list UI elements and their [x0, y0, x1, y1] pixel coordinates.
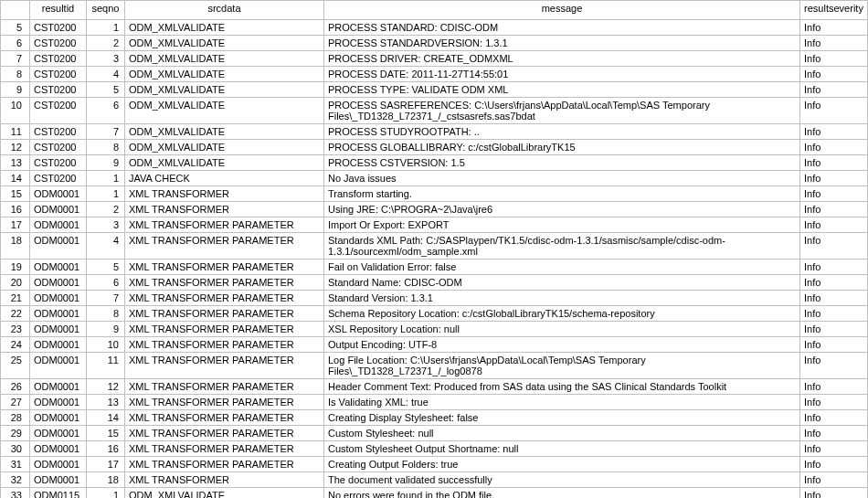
- cell-message[interactable]: Log File Location: C:\Users\frjans\AppDa…: [324, 353, 800, 379]
- cell-resultid[interactable]: ODM0001: [30, 291, 87, 306]
- cell-seqno[interactable]: 8: [87, 140, 125, 155]
- row-number[interactable]: 21: [1, 291, 30, 306]
- cell-message[interactable]: PROCESS CSTVERSION: 1.5: [324, 155, 800, 171]
- cell-srcdata[interactable]: XML TRANSFORMER PARAMETER: [125, 379, 324, 395]
- cell-severity[interactable]: Info: [800, 291, 868, 306]
- cell-severity[interactable]: Info: [800, 82, 868, 98]
- cell-seqno[interactable]: 5: [87, 260, 125, 275]
- table-row[interactable]: 32ODM000118XML TRANSFORMERThe document v…: [1, 472, 868, 488]
- cell-srcdata[interactable]: ODM_XMLVALIDATE: [125, 140, 324, 155]
- row-number[interactable]: 31: [1, 457, 30, 472]
- cell-message[interactable]: Import Or Export: EXPORT: [324, 217, 800, 233]
- cell-srcdata[interactable]: ODM_XMLVALIDATE: [125, 124, 324, 140]
- cell-seqno[interactable]: 6: [87, 98, 125, 124]
- cell-seqno[interactable]: 3: [87, 51, 125, 67]
- cell-resultid[interactable]: ODM0001: [30, 322, 87, 337]
- cell-seqno[interactable]: 4: [87, 233, 125, 260]
- cell-srcdata[interactable]: XML TRANSFORMER PARAMETER: [125, 217, 324, 233]
- cell-severity[interactable]: Info: [800, 233, 868, 260]
- cell-seqno[interactable]: 13: [87, 395, 125, 410]
- table-row[interactable]: 12CST02008ODM_XMLVALIDATEPROCESS GLOBALL…: [1, 140, 868, 155]
- table-row[interactable]: 6CST02002ODM_XMLVALIDATEPROCESS STANDARD…: [1, 36, 868, 51]
- cell-resultid[interactable]: CST0200: [30, 98, 87, 124]
- table-row[interactable]: 17ODM00013XML TRANSFORMER PARAMETERImpor…: [1, 217, 868, 233]
- cell-resultid[interactable]: CST0200: [30, 140, 87, 155]
- cell-seqno[interactable]: 17: [87, 457, 125, 472]
- cell-srcdata[interactable]: ODM_XMLVALIDATE: [125, 488, 324, 499]
- table-row[interactable]: 31ODM000117XML TRANSFORMER PARAMETERCrea…: [1, 457, 868, 472]
- cell-severity[interactable]: Info: [800, 171, 868, 186]
- cell-severity[interactable]: Info: [800, 379, 868, 395]
- cell-srcdata[interactable]: XML TRANSFORMER PARAMETER: [125, 337, 324, 353]
- cell-severity[interactable]: Info: [800, 155, 868, 171]
- cell-severity[interactable]: Info: [800, 353, 868, 379]
- cell-severity[interactable]: Info: [800, 67, 868, 82]
- cell-message[interactable]: XSL Repository Location: null: [324, 322, 800, 337]
- cell-message[interactable]: Is Validating XML: true: [324, 395, 800, 410]
- table-row[interactable]: 25ODM000111XML TRANSFORMER PARAMETERLog …: [1, 353, 868, 379]
- row-number[interactable]: 19: [1, 260, 30, 275]
- row-number[interactable]: 20: [1, 275, 30, 291]
- cell-seqno[interactable]: 1: [87, 171, 125, 186]
- cell-seqno[interactable]: 6: [87, 275, 125, 291]
- table-row[interactable]: 33ODM01151ODM_XMLVALIDATENo errors were …: [1, 488, 868, 499]
- cell-severity[interactable]: Info: [800, 426, 868, 441]
- cell-message[interactable]: PROCESS STANDARDVERSION: 1.3.1: [324, 36, 800, 51]
- table-row[interactable]: 20ODM00016XML TRANSFORMER PARAMETERStand…: [1, 275, 868, 291]
- row-number[interactable]: 18: [1, 233, 30, 260]
- col-resultid-header[interactable]: resultid: [30, 1, 87, 20]
- cell-resultid[interactable]: CST0200: [30, 155, 87, 171]
- cell-seqno[interactable]: 10: [87, 337, 125, 353]
- cell-severity[interactable]: Info: [800, 472, 868, 488]
- row-number[interactable]: 5: [1, 20, 30, 36]
- col-rownum-header[interactable]: [1, 1, 30, 20]
- cell-resultid[interactable]: ODM0001: [30, 379, 87, 395]
- row-number[interactable]: 27: [1, 395, 30, 410]
- cell-seqno[interactable]: 9: [87, 155, 125, 171]
- cell-message[interactable]: PROCESS SASREFERENCES: C:\Users\frjans\A…: [324, 98, 800, 124]
- table-row[interactable]: 28ODM000114XML TRANSFORMER PARAMETERCrea…: [1, 410, 868, 426]
- cell-srcdata[interactable]: XML TRANSFORMER: [125, 202, 324, 217]
- row-number[interactable]: 26: [1, 379, 30, 395]
- cell-message[interactable]: The document validated successfully: [324, 472, 800, 488]
- table-row[interactable]: 16ODM00012XML TRANSFORMERUsing JRE: C:\P…: [1, 202, 868, 217]
- cell-message[interactable]: PROCESS DRIVER: CREATE_ODMXML: [324, 51, 800, 67]
- cell-severity[interactable]: Info: [800, 322, 868, 337]
- table-row[interactable]: 9CST02005ODM_XMLVALIDATEPROCESS TYPE: VA…: [1, 82, 868, 98]
- row-number[interactable]: 30: [1, 441, 30, 457]
- table-row[interactable]: 29ODM000115XML TRANSFORMER PARAMETERCust…: [1, 426, 868, 441]
- cell-resultid[interactable]: ODM0001: [30, 306, 87, 322]
- cell-srcdata[interactable]: ODM_XMLVALIDATE: [125, 155, 324, 171]
- cell-srcdata[interactable]: XML TRANSFORMER PARAMETER: [125, 395, 324, 410]
- cell-srcdata[interactable]: XML TRANSFORMER PARAMETER: [125, 275, 324, 291]
- cell-message[interactable]: PROCESS DATE: 2011-11-27T14:55:01: [324, 67, 800, 82]
- cell-severity[interactable]: Info: [800, 337, 868, 353]
- row-number[interactable]: 32: [1, 472, 30, 488]
- cell-seqno[interactable]: 9: [87, 322, 125, 337]
- cell-severity[interactable]: Info: [800, 124, 868, 140]
- row-number[interactable]: 28: [1, 410, 30, 426]
- row-number[interactable]: 8: [1, 67, 30, 82]
- cell-resultid[interactable]: CST0200: [30, 82, 87, 98]
- table-row[interactable]: 19ODM00015XML TRANSFORMER PARAMETERFail …: [1, 260, 868, 275]
- cell-severity[interactable]: Info: [800, 457, 868, 472]
- cell-srcdata[interactable]: XML TRANSFORMER PARAMETER: [125, 441, 324, 457]
- cell-seqno[interactable]: 1: [87, 186, 125, 202]
- row-number[interactable]: 14: [1, 171, 30, 186]
- cell-seqno[interactable]: 18: [87, 472, 125, 488]
- row-number[interactable]: 16: [1, 202, 30, 217]
- cell-severity[interactable]: Info: [800, 275, 868, 291]
- cell-resultid[interactable]: ODM0001: [30, 353, 87, 379]
- cell-severity[interactable]: Info: [800, 98, 868, 124]
- cell-message[interactable]: PROCESS GLOBALLIBRARY: c:/cstGlobalLibra…: [324, 140, 800, 155]
- cell-srcdata[interactable]: XML TRANSFORMER PARAMETER: [125, 260, 324, 275]
- cell-message[interactable]: Header Comment Text: Produced from SAS d…: [324, 379, 800, 395]
- cell-resultid[interactable]: ODM0115: [30, 488, 87, 499]
- results-table[interactable]: resultid seqno srcdata message resultsev…: [0, 0, 868, 498]
- cell-srcdata[interactable]: XML TRANSFORMER PARAMETER: [125, 353, 324, 379]
- row-number[interactable]: 24: [1, 337, 30, 353]
- cell-srcdata[interactable]: XML TRANSFORMER: [125, 186, 324, 202]
- cell-severity[interactable]: Info: [800, 260, 868, 275]
- cell-message[interactable]: Creating Output Folders: true: [324, 457, 800, 472]
- cell-resultid[interactable]: ODM0001: [30, 233, 87, 260]
